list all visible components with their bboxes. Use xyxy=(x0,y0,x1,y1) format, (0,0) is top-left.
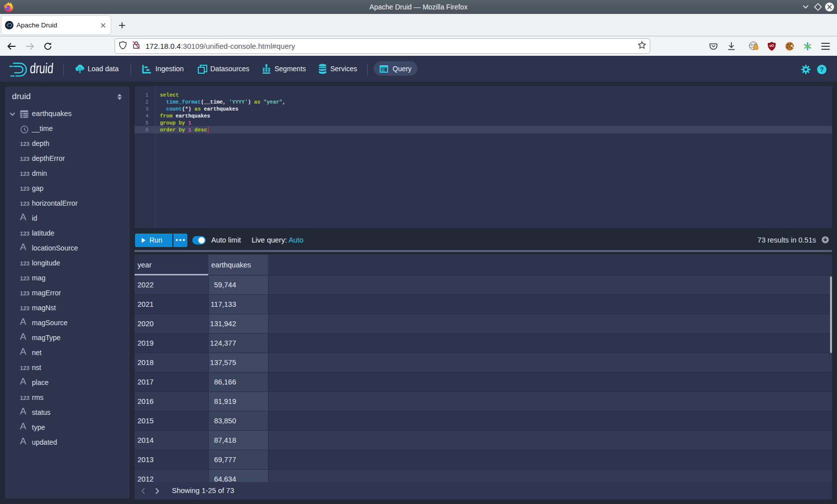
svg-text:?: ? xyxy=(820,66,824,73)
svg-text:uO: uO xyxy=(769,44,774,47)
